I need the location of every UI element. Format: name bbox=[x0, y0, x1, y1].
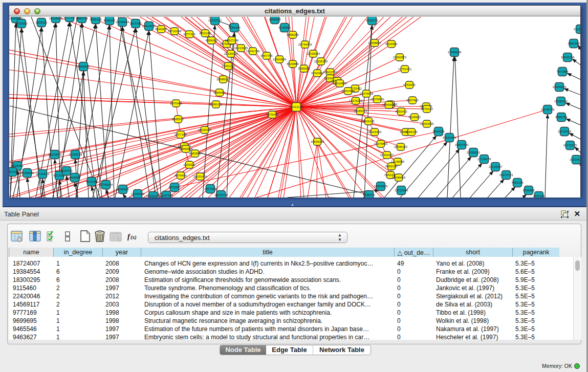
svg-text:15076749: 15076749 bbox=[541, 108, 555, 111]
svg-text:22306335: 22306335 bbox=[314, 60, 328, 63]
svg-text:16072954: 16072954 bbox=[558, 130, 572, 133]
svg-text:2876966: 2876966 bbox=[170, 102, 182, 105]
svg-text:22570529: 22570529 bbox=[371, 98, 384, 101]
svg-text:8079409: 8079409 bbox=[175, 174, 187, 177]
svg-text:22474828: 22474828 bbox=[360, 92, 374, 95]
svg-text:22744459: 22744459 bbox=[298, 43, 312, 46]
svg-text:10323815: 10323815 bbox=[48, 153, 62, 156]
svg-text:18096865: 18096865 bbox=[392, 176, 406, 179]
svg-text:14460856: 14460856 bbox=[179, 147, 193, 150]
svg-text:22093651: 22093651 bbox=[467, 151, 481, 154]
svg-text:12920906: 12920906 bbox=[273, 58, 287, 61]
svg-text:13134457: 13134457 bbox=[489, 165, 503, 168]
svg-text:9217207: 9217207 bbox=[63, 17, 76, 19]
svg-text:11558837: 11558837 bbox=[368, 41, 382, 45]
svg-text:10837430: 10837430 bbox=[455, 143, 469, 146]
svg-text:9887903: 9887903 bbox=[406, 99, 419, 102]
svg-text:13748244: 13748244 bbox=[99, 183, 113, 186]
svg-text:6742460: 6742460 bbox=[311, 72, 323, 75]
svg-text:8336273: 8336273 bbox=[366, 19, 378, 22]
svg-text:19832259: 19832259 bbox=[561, 56, 575, 59]
svg-text:3677374: 3677374 bbox=[183, 33, 195, 36]
svg-text:4050413: 4050413 bbox=[395, 110, 407, 113]
svg-text:8224730: 8224730 bbox=[60, 169, 73, 172]
svg-text:8806804: 8806804 bbox=[77, 65, 90, 68]
svg-text:10327246: 10327246 bbox=[225, 39, 239, 42]
svg-text:1839221: 1839221 bbox=[35, 21, 48, 24]
svg-text:13241736: 13241736 bbox=[246, 50, 260, 53]
svg-text:21012166: 21012166 bbox=[290, 105, 303, 108]
svg-text:5793975: 5793975 bbox=[403, 83, 416, 86]
svg-text:12294238: 12294238 bbox=[69, 153, 82, 156]
svg-text:22330030: 22330030 bbox=[224, 52, 238, 55]
svg-text:16510878: 16510878 bbox=[333, 82, 347, 85]
svg-text:20031404: 20031404 bbox=[193, 175, 207, 178]
svg-text:21257684: 21257684 bbox=[160, 194, 173, 197]
svg-text:2457954: 2457954 bbox=[204, 187, 216, 190]
svg-text:10057945: 10057945 bbox=[341, 90, 355, 93]
svg-text:13421212: 13421212 bbox=[222, 64, 235, 68]
svg-text:20813640: 20813640 bbox=[142, 25, 156, 28]
svg-text:2066449: 2066449 bbox=[228, 26, 241, 29]
svg-text:9275445: 9275445 bbox=[266, 113, 278, 116]
svg-text:15157347: 15157347 bbox=[208, 19, 222, 22]
svg-text:19523409: 19523409 bbox=[443, 136, 456, 139]
svg-text:3644095: 3644095 bbox=[432, 130, 445, 133]
svg-text:2077105: 2077105 bbox=[175, 133, 187, 136]
svg-text:10334531: 10334531 bbox=[570, 158, 580, 161]
svg-text:4439167: 4439167 bbox=[103, 19, 116, 22]
svg-text:4112034: 4112034 bbox=[86, 180, 98, 183]
svg-text:1890399: 1890399 bbox=[568, 42, 580, 45]
svg-text:3220921: 3220921 bbox=[183, 163, 195, 166]
svg-text:19688132: 19688132 bbox=[216, 78, 230, 81]
svg-text:10710248: 10710248 bbox=[168, 30, 182, 33]
svg-text:5188470: 5188470 bbox=[363, 193, 375, 196]
svg-text:8646997: 8646997 bbox=[155, 28, 167, 31]
svg-text:4143890: 4143890 bbox=[278, 26, 291, 29]
svg-text:14275203: 14275203 bbox=[349, 99, 363, 102]
svg-text:19085076: 19085076 bbox=[354, 110, 367, 113]
svg-text:15165337: 15165337 bbox=[198, 128, 212, 132]
svg-text:8396759: 8396759 bbox=[555, 116, 568, 119]
svg-text:2537611: 2537611 bbox=[533, 194, 546, 198]
svg-text:17751421: 17751421 bbox=[398, 68, 412, 71]
svg-text:18992829: 18992829 bbox=[374, 185, 388, 188]
svg-text:5682115: 5682115 bbox=[90, 18, 102, 21]
svg-text:22053595: 22053595 bbox=[420, 122, 434, 125]
svg-text:15180586: 15180586 bbox=[20, 171, 34, 174]
svg-text:6457765: 6457765 bbox=[260, 54, 273, 57]
svg-text:6128503: 6128503 bbox=[408, 116, 421, 119]
svg-text:20372723: 20372723 bbox=[499, 173, 513, 177]
svg-text:21200396: 21200396 bbox=[574, 28, 580, 31]
svg-text:18922760: 18922760 bbox=[323, 71, 337, 74]
svg-text:22992872: 22992872 bbox=[393, 56, 407, 59]
svg-text:13045349: 13045349 bbox=[131, 192, 145, 195]
svg-text:14401657: 14401657 bbox=[380, 154, 394, 157]
svg-text:8134562: 8134562 bbox=[385, 42, 398, 46]
svg-text:3333883: 3333883 bbox=[522, 189, 535, 192]
svg-text:(x): (x) bbox=[130, 234, 137, 240]
svg-text:19299464: 19299464 bbox=[116, 20, 129, 24]
svg-text:8029889: 8029889 bbox=[287, 62, 299, 65]
svg-text:8369062: 8369062 bbox=[213, 91, 226, 94]
svg-text:13701506: 13701506 bbox=[395, 189, 408, 192]
svg-text:8359183: 8359183 bbox=[385, 165, 398, 168]
svg-text:21754078: 21754078 bbox=[477, 158, 491, 161]
svg-text:9983893: 9983893 bbox=[189, 152, 201, 155]
svg-text:17559643: 17559643 bbox=[382, 103, 396, 106]
svg-text:4679214: 4679214 bbox=[421, 107, 433, 111]
svg-text:9958289: 9958289 bbox=[287, 33, 299, 36]
svg-text:21439044: 21439044 bbox=[307, 52, 320, 55]
svg-text:20615450: 20615450 bbox=[368, 130, 382, 134]
svg-text:1218062: 1218062 bbox=[11, 164, 24, 167]
svg-text:4735650: 4735650 bbox=[15, 22, 28, 25]
svg-text:4245263: 4245263 bbox=[117, 188, 129, 191]
svg-text:4429607: 4429607 bbox=[69, 176, 81, 179]
svg-text:19836388: 19836388 bbox=[311, 140, 324, 143]
svg-text:20772475: 20772475 bbox=[563, 144, 577, 147]
svg-text:7452134: 7452134 bbox=[511, 181, 524, 184]
svg-text:10228452: 10228452 bbox=[49, 17, 63, 20]
svg-text:22806503: 22806503 bbox=[553, 85, 567, 89]
svg-text:6357277: 6357277 bbox=[9, 170, 18, 173]
svg-text:8811165: 8811165 bbox=[200, 32, 211, 35]
